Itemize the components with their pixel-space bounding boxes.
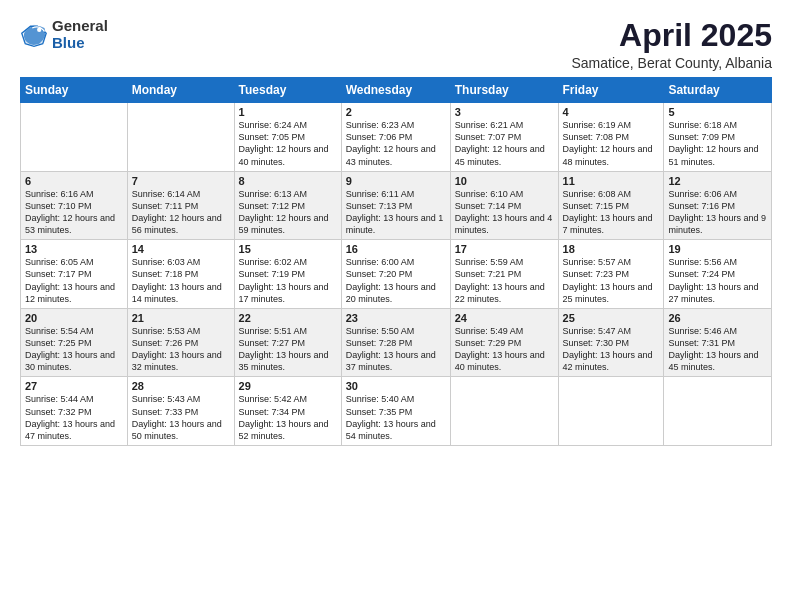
day-number: 8 bbox=[239, 175, 337, 187]
table-row: 2Sunrise: 6:23 AMSunset: 7:06 PMDaylight… bbox=[341, 103, 450, 172]
day-info: Sunrise: 6:06 AMSunset: 7:16 PMDaylight:… bbox=[668, 188, 767, 237]
day-info: Sunrise: 6:24 AMSunset: 7:05 PMDaylight:… bbox=[239, 119, 337, 168]
table-row: 25Sunrise: 5:47 AMSunset: 7:30 PMDayligh… bbox=[558, 308, 664, 377]
day-number: 13 bbox=[25, 243, 123, 255]
table-row bbox=[450, 377, 558, 446]
day-info: Sunrise: 5:43 AMSunset: 7:33 PMDaylight:… bbox=[132, 393, 230, 442]
table-row: 29Sunrise: 5:42 AMSunset: 7:34 PMDayligh… bbox=[234, 377, 341, 446]
day-info: Sunrise: 5:57 AMSunset: 7:23 PMDaylight:… bbox=[563, 256, 660, 305]
day-number: 29 bbox=[239, 380, 337, 392]
day-number: 1 bbox=[239, 106, 337, 118]
logo-text: General Blue bbox=[52, 18, 108, 51]
day-info: Sunrise: 6:03 AMSunset: 7:18 PMDaylight:… bbox=[132, 256, 230, 305]
table-row: 20Sunrise: 5:54 AMSunset: 7:25 PMDayligh… bbox=[21, 308, 128, 377]
day-number: 28 bbox=[132, 380, 230, 392]
day-info: Sunrise: 5:54 AMSunset: 7:25 PMDaylight:… bbox=[25, 325, 123, 374]
table-row: 7Sunrise: 6:14 AMSunset: 7:11 PMDaylight… bbox=[127, 171, 234, 240]
day-info: Sunrise: 5:59 AMSunset: 7:21 PMDaylight:… bbox=[455, 256, 554, 305]
day-info: Sunrise: 6:00 AMSunset: 7:20 PMDaylight:… bbox=[346, 256, 446, 305]
day-info: Sunrise: 6:10 AMSunset: 7:14 PMDaylight:… bbox=[455, 188, 554, 237]
header-row: Sunday Monday Tuesday Wednesday Thursday… bbox=[21, 78, 772, 103]
day-info: Sunrise: 6:18 AMSunset: 7:09 PMDaylight:… bbox=[668, 119, 767, 168]
table-row: 4Sunrise: 6:19 AMSunset: 7:08 PMDaylight… bbox=[558, 103, 664, 172]
day-number: 19 bbox=[668, 243, 767, 255]
day-number: 12 bbox=[668, 175, 767, 187]
calendar-header: Sunday Monday Tuesday Wednesday Thursday… bbox=[21, 78, 772, 103]
table-row: 22Sunrise: 5:51 AMSunset: 7:27 PMDayligh… bbox=[234, 308, 341, 377]
table-row: 12Sunrise: 6:06 AMSunset: 7:16 PMDayligh… bbox=[664, 171, 772, 240]
day-number: 20 bbox=[25, 312, 123, 324]
day-number: 30 bbox=[346, 380, 446, 392]
col-tuesday: Tuesday bbox=[234, 78, 341, 103]
table-row: 19Sunrise: 5:56 AMSunset: 7:24 PMDayligh… bbox=[664, 240, 772, 309]
day-number: 25 bbox=[563, 312, 660, 324]
table-row: 10Sunrise: 6:10 AMSunset: 7:14 PMDayligh… bbox=[450, 171, 558, 240]
day-number: 15 bbox=[239, 243, 337, 255]
location-subtitle: Samatice, Berat County, Albania bbox=[571, 55, 772, 71]
table-row: 16Sunrise: 6:00 AMSunset: 7:20 PMDayligh… bbox=[341, 240, 450, 309]
table-row: 21Sunrise: 5:53 AMSunset: 7:26 PMDayligh… bbox=[127, 308, 234, 377]
day-number: 17 bbox=[455, 243, 554, 255]
table-row: 28Sunrise: 5:43 AMSunset: 7:33 PMDayligh… bbox=[127, 377, 234, 446]
day-info: Sunrise: 6:05 AMSunset: 7:17 PMDaylight:… bbox=[25, 256, 123, 305]
table-row: 11Sunrise: 6:08 AMSunset: 7:15 PMDayligh… bbox=[558, 171, 664, 240]
day-number: 4 bbox=[563, 106, 660, 118]
day-number: 14 bbox=[132, 243, 230, 255]
day-info: Sunrise: 6:16 AMSunset: 7:10 PMDaylight:… bbox=[25, 188, 123, 237]
table-row: 17Sunrise: 5:59 AMSunset: 7:21 PMDayligh… bbox=[450, 240, 558, 309]
day-info: Sunrise: 6:21 AMSunset: 7:07 PMDaylight:… bbox=[455, 119, 554, 168]
month-title: April 2025 bbox=[571, 18, 772, 53]
day-info: Sunrise: 5:46 AMSunset: 7:31 PMDaylight:… bbox=[668, 325, 767, 374]
day-info: Sunrise: 5:47 AMSunset: 7:30 PMDaylight:… bbox=[563, 325, 660, 374]
table-row: 23Sunrise: 5:50 AMSunset: 7:28 PMDayligh… bbox=[341, 308, 450, 377]
title-block: April 2025 Samatice, Berat County, Alban… bbox=[571, 18, 772, 71]
svg-point-2 bbox=[37, 27, 41, 31]
day-number: 2 bbox=[346, 106, 446, 118]
day-info: Sunrise: 6:19 AMSunset: 7:08 PMDaylight:… bbox=[563, 119, 660, 168]
table-row: 15Sunrise: 6:02 AMSunset: 7:19 PMDayligh… bbox=[234, 240, 341, 309]
logo-blue-text: Blue bbox=[52, 35, 108, 52]
table-row: 27Sunrise: 5:44 AMSunset: 7:32 PMDayligh… bbox=[21, 377, 128, 446]
day-number: 16 bbox=[346, 243, 446, 255]
day-number: 3 bbox=[455, 106, 554, 118]
calendar-week-1: 1Sunrise: 6:24 AMSunset: 7:05 PMDaylight… bbox=[21, 103, 772, 172]
table-row: 13Sunrise: 6:05 AMSunset: 7:17 PMDayligh… bbox=[21, 240, 128, 309]
col-saturday: Saturday bbox=[664, 78, 772, 103]
day-number: 21 bbox=[132, 312, 230, 324]
col-monday: Monday bbox=[127, 78, 234, 103]
calendar-week-2: 6Sunrise: 6:16 AMSunset: 7:10 PMDaylight… bbox=[21, 171, 772, 240]
day-info: Sunrise: 5:50 AMSunset: 7:28 PMDaylight:… bbox=[346, 325, 446, 374]
table-row: 5Sunrise: 6:18 AMSunset: 7:09 PMDaylight… bbox=[664, 103, 772, 172]
day-info: Sunrise: 6:11 AMSunset: 7:13 PMDaylight:… bbox=[346, 188, 446, 237]
day-info: Sunrise: 5:51 AMSunset: 7:27 PMDaylight:… bbox=[239, 325, 337, 374]
table-row: 1Sunrise: 6:24 AMSunset: 7:05 PMDaylight… bbox=[234, 103, 341, 172]
day-number: 23 bbox=[346, 312, 446, 324]
table-row: 30Sunrise: 5:40 AMSunset: 7:35 PMDayligh… bbox=[341, 377, 450, 446]
calendar-week-3: 13Sunrise: 6:05 AMSunset: 7:17 PMDayligh… bbox=[21, 240, 772, 309]
table-row bbox=[558, 377, 664, 446]
table-row: 6Sunrise: 6:16 AMSunset: 7:10 PMDaylight… bbox=[21, 171, 128, 240]
table-row: 8Sunrise: 6:13 AMSunset: 7:12 PMDaylight… bbox=[234, 171, 341, 240]
day-number: 22 bbox=[239, 312, 337, 324]
day-info: Sunrise: 6:02 AMSunset: 7:19 PMDaylight:… bbox=[239, 256, 337, 305]
calendar-week-5: 27Sunrise: 5:44 AMSunset: 7:32 PMDayligh… bbox=[21, 377, 772, 446]
logo-general-text: General bbox=[52, 18, 108, 35]
logo-icon bbox=[20, 21, 48, 49]
day-number: 5 bbox=[668, 106, 767, 118]
table-row bbox=[664, 377, 772, 446]
table-row: 3Sunrise: 6:21 AMSunset: 7:07 PMDaylight… bbox=[450, 103, 558, 172]
col-friday: Friday bbox=[558, 78, 664, 103]
header: General Blue April 2025 Samatice, Berat … bbox=[20, 18, 772, 71]
col-sunday: Sunday bbox=[21, 78, 128, 103]
col-thursday: Thursday bbox=[450, 78, 558, 103]
day-info: Sunrise: 5:49 AMSunset: 7:29 PMDaylight:… bbox=[455, 325, 554, 374]
table-row: 26Sunrise: 5:46 AMSunset: 7:31 PMDayligh… bbox=[664, 308, 772, 377]
day-info: Sunrise: 6:14 AMSunset: 7:11 PMDaylight:… bbox=[132, 188, 230, 237]
day-info: Sunrise: 6:08 AMSunset: 7:15 PMDaylight:… bbox=[563, 188, 660, 237]
day-number: 11 bbox=[563, 175, 660, 187]
calendar-body: 1Sunrise: 6:24 AMSunset: 7:05 PMDaylight… bbox=[21, 103, 772, 446]
day-number: 18 bbox=[563, 243, 660, 255]
page: General Blue April 2025 Samatice, Berat … bbox=[0, 0, 792, 612]
day-info: Sunrise: 5:56 AMSunset: 7:24 PMDaylight:… bbox=[668, 256, 767, 305]
day-info: Sunrise: 5:42 AMSunset: 7:34 PMDaylight:… bbox=[239, 393, 337, 442]
